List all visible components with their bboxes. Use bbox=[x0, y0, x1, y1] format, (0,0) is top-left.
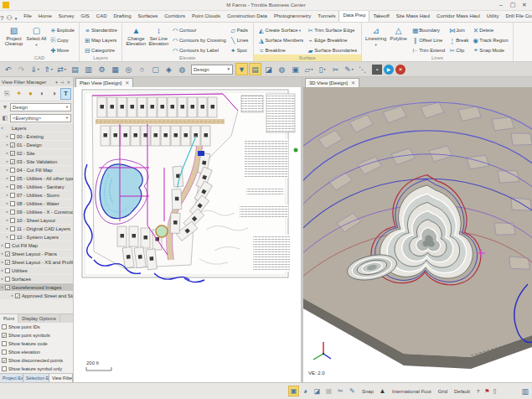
flashlight-icon[interactable]: ◈ bbox=[163, 63, 175, 75]
filter-select[interactable]: Design▼ bbox=[10, 103, 71, 111]
menu-tab[interactable]: Point Clouds bbox=[189, 11, 224, 22]
sheet-set-icon[interactable]: ▣ bbox=[289, 63, 302, 75]
erase-icon[interactable]: ▱ bbox=[302, 63, 315, 75]
ribbon-button[interactable]: ▧Project Cleanup bbox=[3, 24, 25, 48]
tree-row[interactable]: 01 - Design bbox=[0, 141, 73, 148]
tree-row[interactable]: Cut Fill Map bbox=[0, 241, 73, 249]
ribbon-button[interactable]: ⌁Edge Breakline bbox=[307, 35, 357, 45]
web-map-icon[interactable]: ◍ bbox=[276, 63, 288, 75]
checkbox[interactable] bbox=[2, 358, 7, 363]
checkbox[interactable] bbox=[5, 268, 10, 273]
checkbox[interactable] bbox=[10, 134, 15, 139]
selection-mode-icon[interactable]: ◪ bbox=[262, 63, 275, 75]
trash-icon[interactable]: ▯ bbox=[316, 63, 328, 75]
point-option-row[interactable]: Show point IDs bbox=[0, 323, 73, 331]
ribbon-button[interactable]: ◠Contours by Crossing bbox=[172, 35, 226, 45]
point-option-row[interactable]: Show feature code bbox=[0, 339, 73, 348]
ribbon-button[interactable]: ¦Break bbox=[448, 35, 468, 45]
menu-tab[interactable]: Corridors bbox=[161, 11, 189, 22]
menu-tab[interactable]: Takeoff bbox=[369, 11, 392, 22]
ribbon-button[interactable]: ▱Pads bbox=[230, 25, 249, 35]
text-filter-icon[interactable]: T bbox=[60, 88, 71, 100]
tree-row[interactable]: Sheet Layout - XS and Profiles bbox=[0, 258, 73, 266]
tree-row[interactable]: 05 - Utilities - All other types bbox=[0, 174, 73, 182]
ribbon-button[interactable]: ⊿Linestring bbox=[364, 24, 387, 48]
scope-select[interactable]: <Everything>▼ bbox=[10, 114, 71, 122]
report-icon[interactable]: ▦ bbox=[109, 63, 121, 75]
macro-window-icon[interactable]: ▪ bbox=[372, 65, 382, 75]
menu-tab[interactable]: Data Prep bbox=[338, 9, 369, 22]
checkbox[interactable] bbox=[5, 285, 10, 290]
status-help[interactable]: ? bbox=[477, 389, 479, 394]
status-label[interactable]: International Foot bbox=[392, 389, 431, 394]
tree-row[interactable]: 04 - Cut Fill Map bbox=[0, 166, 73, 174]
checkbox[interactable] bbox=[10, 159, 15, 164]
checkbox[interactable] bbox=[10, 142, 15, 148]
ribbon-button[interactable]: ✕Delete bbox=[472, 25, 508, 35]
select-tool-icon[interactable]: ▣ bbox=[288, 386, 299, 396]
redo-icon[interactable]: ↷ bbox=[15, 63, 28, 75]
menu-tab[interactable]: Construction Data bbox=[224, 11, 271, 22]
minimize-button[interactable]: – bbox=[496, 2, 506, 8]
dock-tab[interactable]: Selection Explorer bbox=[23, 374, 49, 382]
checkbox[interactable] bbox=[10, 226, 15, 231]
tree-row[interactable]: 08 - Utilities - Water bbox=[0, 200, 73, 207]
close-icon[interactable]: ✕ bbox=[351, 79, 355, 87]
copy-filter-icon[interactable]: ⎘ bbox=[2, 88, 13, 100]
checkbox[interactable] bbox=[10, 201, 15, 206]
tree-row[interactable]: Sheet Layout - Plans bbox=[0, 250, 73, 257]
menu-tab[interactable]: CAD bbox=[93, 11, 111, 22]
tree-row[interactable]: 09 - Utilities - X - Construction lines bbox=[0, 208, 73, 215]
ribbon-button[interactable]: ◠Contour bbox=[172, 25, 226, 35]
account-dropdown-arrow[interactable]: ▾ bbox=[15, 16, 18, 21]
tree-row[interactable]: 06 - Utilities - Sanitary bbox=[0, 183, 73, 190]
wireframe-view-icon[interactable]: ◐ bbox=[37, 88, 48, 100]
tree-row[interactable]: Layers bbox=[0, 124, 73, 132]
circle-select-icon[interactable]: ○ bbox=[136, 63, 148, 75]
checkbox[interactable] bbox=[10, 151, 15, 156]
checkbox[interactable] bbox=[2, 350, 7, 355]
ribbon-button[interactable]: ◮Surface Members bbox=[258, 35, 304, 45]
document-icon[interactable]: ▯ bbox=[493, 388, 497, 395]
checkbox[interactable] bbox=[2, 341, 7, 346]
dock-tab[interactable]: Project Explorer bbox=[0, 374, 23, 382]
checkbox[interactable] bbox=[10, 176, 15, 181]
menu-tab[interactable]: Home bbox=[35, 11, 55, 22]
spray-icon[interactable]: ✦ bbox=[13, 88, 24, 100]
globe-icon[interactable]: ◍ bbox=[176, 63, 189, 75]
ribbon-button[interactable]: ✂Trim Surface Edge bbox=[307, 25, 357, 35]
tree-row[interactable]: Georeferenced Images bbox=[0, 283, 73, 291]
ribbon-button[interactable]: ⎘Copy bbox=[49, 35, 75, 45]
tree-row[interactable]: 12 - System Layers bbox=[0, 233, 73, 241]
save-icon[interactable]: ▤ bbox=[69, 63, 81, 75]
checkbox[interactable] bbox=[10, 218, 15, 223]
point-option-row[interactable]: Show disconnected points bbox=[0, 356, 73, 365]
menu-tab[interactable]: File bbox=[20, 11, 35, 22]
close-button[interactable]: ✕ bbox=[519, 2, 529, 8]
checkbox[interactable] bbox=[2, 366, 7, 371]
menu-tab[interactable]: Drafting bbox=[111, 11, 135, 22]
tree-row[interactable]: 00 - Existing bbox=[0, 132, 73, 140]
undo-icon[interactable]: ↶ bbox=[2, 63, 14, 75]
point-option-row[interactable]: Show feature symbol only bbox=[0, 365, 73, 373]
tree-row[interactable]: 02 - Site bbox=[0, 149, 73, 157]
hidden-line-view-icon[interactable]: ◑ bbox=[49, 88, 59, 100]
import-icon[interactable]: ⇓ bbox=[28, 63, 41, 75]
tree-row[interactable]: 10 - Sheet Layout bbox=[0, 216, 73, 224]
checkbox[interactable] bbox=[10, 210, 15, 215]
checkbox[interactable] bbox=[10, 168, 15, 173]
ribbon-button[interactable]: ↕Set Line Elevation bbox=[147, 24, 170, 46]
menu-tab[interactable]: Site Mass Haul bbox=[393, 11, 433, 22]
ribbon-button[interactable]: ◉Track Region bbox=[472, 35, 508, 45]
snap-label[interactable]: Snap bbox=[362, 389, 374, 394]
view-filter-icon[interactable]: ▼ bbox=[235, 63, 248, 75]
menu-tab[interactable]: Survey bbox=[55, 11, 78, 22]
shaded-view-icon[interactable]: ● bbox=[25, 88, 36, 100]
account-icon[interactable]: ⚇ bbox=[6, 14, 12, 22]
explorer-icon[interactable]: ◎ bbox=[122, 63, 135, 75]
ribbon-button[interactable]: ⊞Map Layers bbox=[84, 35, 117, 45]
point-option-row[interactable]: Show point symbols bbox=[0, 331, 73, 339]
menu-tab[interactable]: Drill File Compact bbox=[502, 11, 532, 22]
dock-tab[interactable]: View Filter Mg... bbox=[49, 374, 73, 382]
ribbon-button[interactable]: ≡Standardize bbox=[84, 25, 117, 35]
